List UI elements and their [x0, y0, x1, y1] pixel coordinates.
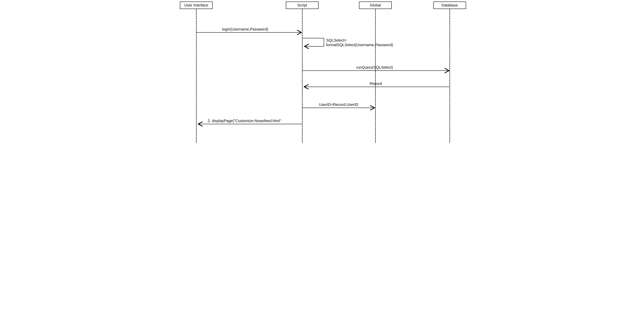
message-label-userid: UserID=Record.UserID — [319, 102, 358, 107]
message-label-displaypage: 2. displayPage("Customize-Newsfeed.html" — [208, 119, 281, 123]
message-label-runquery: runQuery(SQLSelect) — [356, 65, 393, 70]
message-label-format-sql-line1: SQLSelect= — [326, 38, 346, 43]
sequence-diagram: User Interface Script Global Database — [177, 0, 467, 149]
message-label-record: Record — [370, 81, 382, 86]
arrows-layer — [177, 0, 467, 149]
message-arrow-format-sql — [302, 38, 324, 46]
message-label-format-sql-line2: formatSQLSelect(Username,Password) — [326, 43, 393, 47]
message-label-login: login(Username,Password) — [222, 27, 268, 32]
